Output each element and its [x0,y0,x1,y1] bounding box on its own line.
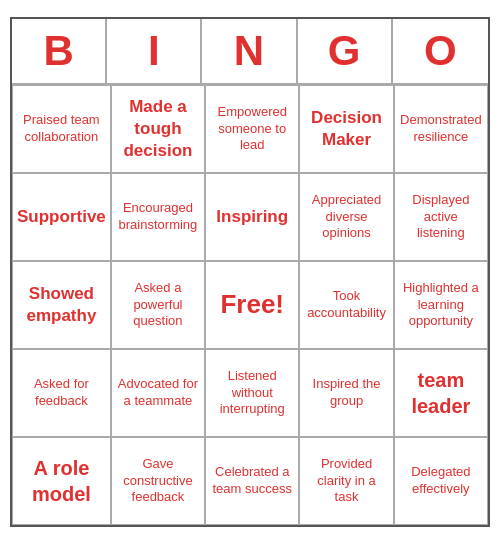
bingo-cell-18[interactable]: Inspired the group [299,349,393,437]
bingo-cell-23[interactable]: Provided clarity in a task [299,437,393,525]
bingo-grid: Praised team collaborationMade a tough d… [12,83,488,525]
bingo-cell-8[interactable]: Appreciated diverse opinions [299,173,393,261]
bingo-card: BINGO Praised team collaborationMade a t… [10,17,490,527]
bingo-letter-n: N [202,19,297,83]
bingo-cell-14[interactable]: Highlighted a learning opportunity [394,261,488,349]
bingo-cell-5[interactable]: Supportive [12,173,111,261]
bingo-letter-i: I [107,19,202,83]
bingo-cell-10[interactable]: Showed empathy [12,261,111,349]
bingo-cell-15[interactable]: Asked for feedback [12,349,111,437]
bingo-cell-3[interactable]: Decision Maker [299,85,393,173]
bingo-letter-o: O [393,19,488,83]
bingo-cell-22[interactable]: Celebrated a team success [205,437,299,525]
bingo-cell-16[interactable]: Advocated for a teammate [111,349,205,437]
bingo-cell-17[interactable]: Listened without interrupting [205,349,299,437]
bingo-cell-4[interactable]: Demonstrated resilience [394,85,488,173]
bingo-cell-19[interactable]: team leader [394,349,488,437]
bingo-cell-24[interactable]: Delegated effectively [394,437,488,525]
bingo-cell-13[interactable]: Took accountability [299,261,393,349]
bingo-cell-11[interactable]: Asked a powerful question [111,261,205,349]
bingo-cell-21[interactable]: Gave constructive feedback [111,437,205,525]
bingo-letter-b: B [12,19,107,83]
bingo-cell-7[interactable]: Inspiring [205,173,299,261]
bingo-header: BINGO [12,19,488,83]
bingo-cell-2[interactable]: Empowered someone to lead [205,85,299,173]
bingo-cell-6[interactable]: Encouraged brainstorming [111,173,205,261]
bingo-cell-0[interactable]: Praised team collaboration [12,85,111,173]
bingo-cell-9[interactable]: Displayed active listening [394,173,488,261]
bingo-cell-1[interactable]: Made a tough decision [111,85,205,173]
bingo-cell-12[interactable]: Free! [205,261,299,349]
bingo-letter-g: G [298,19,393,83]
bingo-cell-20[interactable]: A role model [12,437,111,525]
